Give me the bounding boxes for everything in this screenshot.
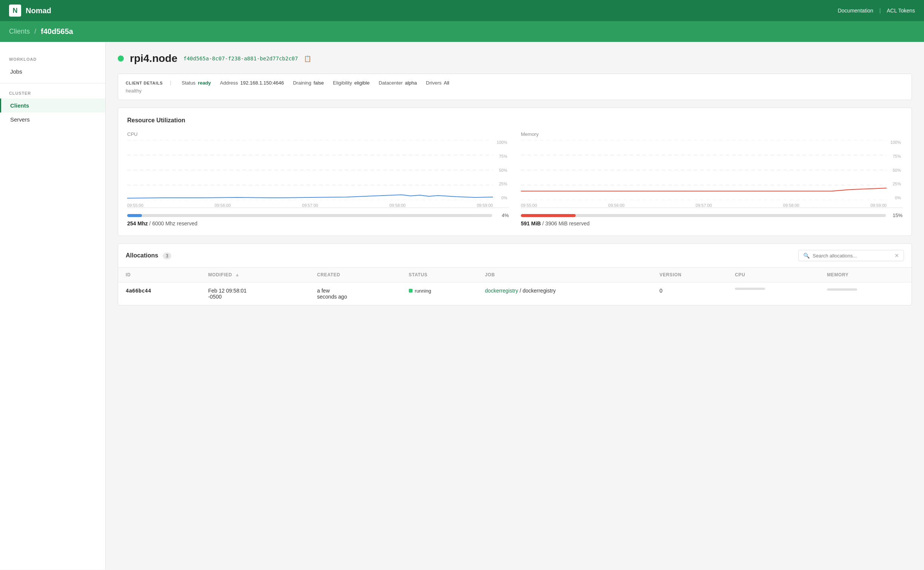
node-name: rpi4.node bbox=[130, 52, 177, 65]
col-modified[interactable]: Modified ▲ bbox=[200, 268, 310, 282]
client-details-row: CLIENT DETAILS Status ready Address 192.… bbox=[126, 80, 904, 86]
cpu-x-3: 09:58:00 bbox=[390, 203, 406, 208]
clear-search-icon[interactable]: ✕ bbox=[895, 253, 899, 259]
detail-datacenter-value: alpha bbox=[405, 80, 417, 86]
memory-y-75: 75% bbox=[887, 154, 901, 159]
alloc-mem-bar bbox=[827, 288, 857, 291]
alloc-created: a fewseconds ago bbox=[317, 288, 347, 300]
cpu-chart-svg bbox=[127, 140, 493, 200]
memory-pct: 15% bbox=[890, 213, 902, 218]
alloc-job-link[interactable]: dockerregistry bbox=[485, 288, 518, 294]
cpu-y-axis: 100% 75% 50% 25% 0% bbox=[493, 140, 509, 200]
memory-y-25: 25% bbox=[887, 182, 901, 186]
alloc-modified: Feb 12 09:58:01-0500 bbox=[208, 288, 246, 300]
alloc-version: 0 bbox=[659, 288, 662, 294]
resource-grid: CPU 100% 75% 50% 25% 0% bbox=[127, 131, 902, 226]
main-content: rpi4.node f40d565a-8c07-f238-a881-be2d77… bbox=[106, 42, 924, 570]
sort-modified-icon: ▲ bbox=[235, 272, 240, 277]
col-cpu: CPU bbox=[727, 268, 819, 282]
top-nav: N Nomad Documentation | ACL Tokens bbox=[0, 0, 924, 21]
cell-status: running bbox=[401, 282, 477, 305]
memory-x-labels: 09:55:00 09:56:00 09:57:00 09:58:00 09:5… bbox=[521, 203, 887, 208]
cpu-used: 254 Mhz bbox=[127, 220, 148, 226]
cpu-x-0: 09:55:00 bbox=[127, 203, 143, 208]
breadcrumb-parent[interactable]: Clients bbox=[9, 28, 30, 35]
detail-drivers-value: All bbox=[444, 80, 449, 86]
logo: N bbox=[9, 5, 21, 17]
alloc-id: 4a66bc44 bbox=[126, 288, 151, 294]
cpu-pct: 4% bbox=[497, 213, 509, 218]
memory-y-0: 0% bbox=[887, 196, 901, 200]
col-version: Version bbox=[652, 268, 727, 282]
detail-status: Status ready bbox=[182, 80, 211, 86]
alloc-search-input[interactable] bbox=[813, 253, 892, 259]
table-body: 4a66bc44 Feb 12 09:58:01-0500 a fewsecon… bbox=[118, 282, 912, 305]
alloc-title: Allocations bbox=[126, 252, 158, 259]
cpu-total-val: 6000 Mhz reserved bbox=[152, 220, 197, 226]
breadcrumb-current: f40d565a bbox=[41, 27, 73, 36]
cpu-chart: 100% 75% 50% 25% 0% bbox=[127, 140, 509, 208]
cpu-y-25: 25% bbox=[493, 182, 507, 186]
alloc-status-badge: running bbox=[409, 288, 431, 294]
alloc-cpu-bar bbox=[735, 288, 765, 290]
detail-address-key: Address bbox=[220, 80, 238, 86]
memory-x-1: 09:56:00 bbox=[608, 203, 625, 208]
memory-usage-row: 15% bbox=[521, 213, 902, 218]
resource-title: Resource Utilization bbox=[127, 117, 902, 124]
table-header: ID Modified ▲ Created Status Job Version… bbox=[118, 268, 912, 282]
detail-datacenter: Datacenter alpha bbox=[379, 80, 417, 86]
node-id: f40d565a-8c07-f238-a881-be2d77cb2c07 bbox=[183, 55, 298, 62]
memory-progress-track bbox=[521, 214, 886, 217]
sidebar-item-jobs[interactable]: Jobs bbox=[0, 65, 105, 79]
memory-total-val: 3906 MiB reserved bbox=[545, 220, 590, 226]
cpu-progress-track bbox=[127, 214, 492, 217]
memory-used: 591 MiB bbox=[521, 220, 541, 226]
memory-x-0: 09:55:00 bbox=[521, 203, 537, 208]
cell-version: 0 bbox=[652, 282, 727, 305]
alloc-title-group: Allocations 3 bbox=[126, 252, 171, 259]
sidebar-item-clients[interactable]: Clients bbox=[0, 99, 105, 112]
doc-link[interactable]: Documentation bbox=[838, 8, 873, 14]
allocations-table: ID Modified ▲ Created Status Job Version… bbox=[118, 268, 912, 305]
cpu-x-2: 09:57:00 bbox=[302, 203, 318, 208]
alloc-status-text: running bbox=[415, 288, 431, 294]
sidebar-item-clients-label: Clients bbox=[10, 102, 29, 109]
cpu-total: / bbox=[149, 220, 152, 226]
nav-sep: | bbox=[879, 8, 881, 14]
sidebar-item-servers-label: Servers bbox=[10, 116, 30, 123]
detail-eligibility-value: eligible bbox=[354, 80, 370, 86]
sidebar-item-jobs-label: Jobs bbox=[10, 68, 22, 75]
col-memory: Memory bbox=[819, 268, 912, 282]
detail-drivers-key: Drivers bbox=[426, 80, 442, 86]
acl-link[interactable]: ACL Tokens bbox=[887, 8, 915, 14]
detail-status-key: Status bbox=[182, 80, 196, 86]
cell-created: a fewseconds ago bbox=[310, 282, 401, 305]
client-sub-label: healthy bbox=[126, 86, 904, 94]
breadcrumb-bar: Clients / f40d565a bbox=[0, 21, 924, 42]
detail-eligibility-key: Eligibility bbox=[333, 80, 352, 86]
cpu-progress-fill bbox=[127, 214, 142, 217]
memory-chart-svg bbox=[521, 140, 887, 200]
cell-cpu bbox=[727, 282, 819, 305]
col-id: ID bbox=[118, 268, 200, 282]
resource-card-inner: Resource Utilization CPU 100% 75% 50% 25… bbox=[118, 108, 912, 236]
detail-draining: Draining false bbox=[293, 80, 324, 86]
sidebar-item-servers[interactable]: Servers bbox=[0, 112, 105, 126]
cpu-label: CPU bbox=[127, 131, 509, 137]
resource-card: Resource Utilization CPU 100% 75% 50% 25… bbox=[118, 108, 912, 236]
sidebar-divider bbox=[0, 83, 105, 83]
client-details-card: CLIENT DETAILS Status ready Address 192.… bbox=[118, 74, 912, 100]
detail-eligibility: Eligibility eligible bbox=[333, 80, 370, 86]
memory-progress-fill bbox=[521, 214, 576, 217]
detail-address: Address 192.168.1.150:4646 bbox=[220, 80, 284, 86]
detail-address-value: 192.168.1.150:4646 bbox=[240, 80, 284, 86]
breadcrumb-sep: / bbox=[34, 28, 36, 35]
main-layout: WORKLOAD Jobs CLUSTER Clients Servers rp… bbox=[0, 42, 924, 570]
detail-draining-value: false bbox=[314, 80, 324, 86]
memory-x-2: 09:57:00 bbox=[696, 203, 712, 208]
nav-left: N Nomad bbox=[9, 5, 51, 17]
detail-status-value: ready bbox=[198, 80, 211, 86]
alloc-search-box[interactable]: 🔍 ✕ bbox=[798, 250, 904, 261]
copy-icon[interactable]: 📋 bbox=[304, 55, 311, 62]
sidebar: WORKLOAD Jobs CLUSTER Clients Servers bbox=[0, 42, 106, 570]
